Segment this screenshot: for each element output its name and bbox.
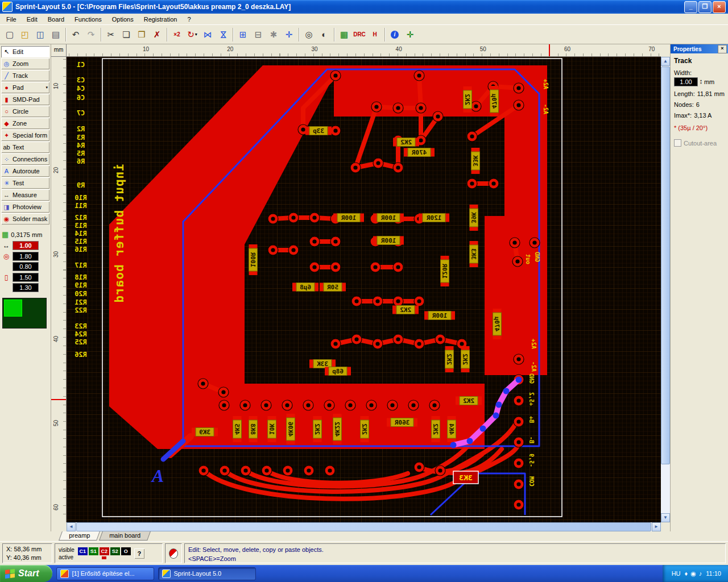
component-label[interactable]: 2K2 [445,346,454,372]
component-label[interactable]: 2K2 [393,138,419,147]
component-label[interactable]: 4K5 [233,416,242,442]
track-width-setting[interactable]: ↔ 1.00 [2,241,48,250]
scroll-left-button[interactable]: ◄ [67,522,76,531]
component-label[interactable]: 8K8 [249,416,258,442]
properties-close-button[interactable]: × [718,45,727,53]
rotate-dropdown-arrow-icon[interactable]: ▾ [195,32,197,37]
component-label[interactable]: 3K3 [453,471,478,484]
copy-button[interactable]: ❏ [119,27,134,42]
width-stepper[interactable]: ▲▼ [700,79,702,85]
smd-width-value[interactable]: 1.50 [13,273,39,282]
html-export-button[interactable]: H [367,27,382,42]
component-label[interactable]: 470µ [490,86,499,117]
component-label[interactable]: 39K [470,205,478,231]
undo-button[interactable]: ↶ [68,27,83,42]
menu-help[interactable]: ? [182,15,196,24]
tool-zone[interactable]: ◆Zone [1,118,49,129]
width-input[interactable]: 1.00 [674,77,698,86]
language-indicator[interactable]: HU [672,570,681,577]
tool-pad[interactable]: ●Pad▾ [1,82,49,93]
component-label[interactable]: 100R [373,236,404,245]
start-button[interactable]: Start [0,565,52,582]
component-label[interactable]: 100R [249,244,258,275]
maximize-button[interactable]: ❐ [698,1,712,13]
active-layer-indicator-c1[interactable] [78,556,88,560]
mirror-horizontal-button[interactable]: ⋈ [200,27,215,42]
component-label[interactable]: 4K06 [287,414,295,444]
pad-outer-value[interactable]: 1.80 [13,252,39,261]
scale-x2-button[interactable]: ×2 [169,27,184,42]
layers-button[interactable]: ▦ [337,27,351,42]
tray-icon-0[interactable]: ♦ [685,571,688,577]
menu-file[interactable]: File [1,15,22,24]
tool-track[interactable]: ╱Track [1,70,49,81]
component-label[interactable]: 2K2 [456,397,482,405]
smd-size-setting[interactable]: ▯ 1.50 1.30 [2,273,48,292]
redraw-button[interactable] [165,543,182,563]
component-label[interactable]: 33K [471,148,480,174]
contrast-button[interactable]: ◐ [317,27,332,42]
component-label[interactable]: 100R [424,311,455,320]
vertical-scroll-thumb[interactable] [661,66,670,464]
tool-connections[interactable]: ⁘Connections [1,153,49,165]
component-label[interactable]: 68p [325,367,351,376]
layer-help-button[interactable]: ? [134,548,144,559]
menu-board[interactable]: Board [43,15,69,24]
component-label[interactable]: 100R [373,214,404,222]
rotate-button[interactable]: ↻▾ [185,27,200,42]
component-label[interactable]: 6µ8 [292,283,318,292]
tool-zoom[interactable]: ◎Zoom [1,58,49,69]
active-layer-indicator-o[interactable] [121,556,131,560]
pcb-drawing[interactable]: 33p2K2470µ2K2470R33K100R100R120R100R39K3… [67,57,661,522]
smd-height-value[interactable]: 1.30 [13,283,39,292]
layer-chip-c1[interactable]: C1 [78,547,88,555]
zoom-tool-button[interactable]: ◎ [301,27,316,42]
component-label[interactable]: 50R [320,283,346,292]
minimize-button[interactable]: _ [684,1,697,13]
mirror-vertical-button[interactable]: ⋈ [216,27,230,42]
component-label[interactable]: 10K [268,416,276,442]
origin-button[interactable]: ✛ [403,27,417,42]
pad-size-setting[interactable]: ◎ 1.80 0.80 [2,252,48,271]
pad-type-dropdown-icon[interactable]: ▾ [46,85,48,90]
paste-button[interactable]: ❒ [134,27,149,42]
taskbar-task-1-er-s-t-p-t-se-el[interactable]: [1] Erősítő építése el... [56,567,154,580]
component-label[interactable]: 33p [305,127,332,135]
taskbar-task-sprint-layout-5-0[interactable]: Sprint-Layout 5.0 [158,567,256,580]
layer-chip-o[interactable]: O [121,547,131,555]
tab-main-board[interactable]: main board [99,531,151,541]
board-overview-viewport[interactable] [4,300,22,317]
cut-button[interactable]: ✂ [104,27,118,42]
tray-icon-1[interactable]: ◉ [690,571,696,577]
tool-circle[interactable]: ○Circle [1,106,49,117]
active-layer-indicator-s1[interactable] [89,556,98,560]
cutout-area-checkbox[interactable] [674,139,681,147]
menu-edit[interactable]: Edit [22,15,43,24]
drc-check-button[interactable]: DRC [352,27,367,42]
connections-toggle-button[interactable]: ✛ [282,27,296,42]
component-label[interactable]: 2K2 [464,86,472,113]
component-label[interactable]: 3K9 [192,428,218,436]
tool-test[interactable]: ✳Test [1,177,49,189]
component-label[interactable]: 3K3 [470,241,478,267]
tool-special-form[interactable]: ✦Special form [1,130,49,141]
horizontal-scroll-thumb[interactable] [76,522,651,531]
tab-preamp[interactable]: preamp [59,531,100,541]
save-button[interactable]: ◫ [33,27,48,42]
layer-chip-s1[interactable]: S1 [89,547,98,555]
component-label[interactable]: 360R [387,418,417,427]
tool-edit[interactable]: ↖Edit [1,46,49,57]
board-overview-preview[interactable] [2,298,47,329]
grid-setting[interactable]: ▦ 0,3175 mm [2,230,49,239]
redo-button[interactable]: ↷ [84,27,98,42]
track-width-value[interactable]: 1.00 [13,241,39,250]
component-label[interactable]: 470R [404,148,435,157]
component-label[interactable]: 120R [441,256,449,286]
component-label[interactable]: 2K2 [392,306,419,314]
align-grid-button[interactable]: ⊞ [235,27,250,42]
tool-measure[interactable]: ↔Measure [1,189,49,201]
tool-photoview[interactable]: ◨Photoview [1,201,49,213]
scroll-down-button[interactable]: ▼ [661,513,670,522]
info-button[interactable]: i [387,27,402,42]
print-button[interactable]: ▤ [48,27,63,42]
